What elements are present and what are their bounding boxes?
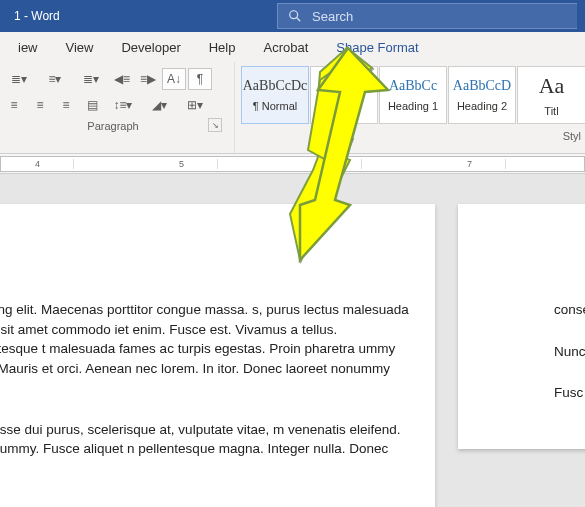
styles-group: AaBbCcDc ¶ Normal BbCcDc Spac... AaBbCc … [235, 62, 585, 153]
numbering-button[interactable]: ≡▾ [38, 68, 72, 90]
justify-button[interactable]: ▤ [80, 94, 104, 116]
style-heading-2[interactable]: AaBbCcD Heading 2 [448, 66, 516, 124]
align-center-button[interactable]: ≡ [28, 94, 52, 116]
line-spacing-button[interactable]: ↕≡▾ [106, 94, 140, 116]
svg-line-1 [297, 18, 301, 22]
ruler[interactable]: 4 5 6 7 [0, 156, 585, 172]
paragraph-text: conse pulvi [554, 300, 585, 320]
sort-button[interactable]: A↓ [162, 68, 186, 90]
style-no-spacing[interactable]: BbCcDc Spac... [310, 66, 378, 124]
paragraph-dialog-launcher[interactable]: ↘ [208, 118, 222, 132]
ribbon-tabs: iew View Developer Help Acrobat Shape Fo… [0, 32, 585, 62]
align-right-button[interactable]: ≡ [54, 94, 78, 116]
bullets-button[interactable]: ≣▾ [2, 68, 36, 90]
paragraph-group: ≣▾ ≡▾ ≣▾ ◀≡ ≡▶ A↓ ¶ ≡ ≡ ≡ ▤ ↕≡▾ ◢▾ ⊞▾ Pa… [0, 62, 235, 153]
title-bar: 1 - Word Search [0, 0, 585, 32]
tab-help[interactable]: Help [195, 32, 250, 62]
paragraph-group-label: Paragraph ↘ [2, 120, 224, 132]
paragraph-text: spendisse dui purus, scelerisque at, vul… [0, 420, 411, 479]
style-normal[interactable]: AaBbCcDc ¶ Normal [241, 66, 309, 124]
tab-developer[interactable]: Developer [107, 32, 194, 62]
style-title[interactable]: Aa Titl [517, 66, 585, 124]
tab-shape-format[interactable]: Shape Format [322, 32, 432, 62]
tab-review-partial[interactable]: iew [4, 32, 52, 62]
search-placeholder: Search [312, 9, 353, 24]
paragraph-text: dipiscing elit. Maecenas porttitor congu… [0, 300, 411, 398]
ribbon: ≣▾ ≡▾ ≣▾ ◀≡ ≡▶ A↓ ¶ ≡ ≡ ≡ ▤ ↕≡▾ ◢▾ ⊞▾ Pa… [0, 62, 585, 154]
styles-group-label: Styl [241, 130, 585, 142]
svg-point-0 [290, 11, 298, 19]
style-heading-1[interactable]: AaBbCc Heading 1 [379, 66, 447, 124]
tab-acrobat[interactable]: Acrobat [249, 32, 322, 62]
paragraph-text: Fusc metu Done metu [554, 383, 585, 403]
borders-button[interactable]: ⊞▾ [178, 94, 212, 116]
shading-button[interactable]: ◢▾ [142, 94, 176, 116]
tab-view[interactable]: View [52, 32, 108, 62]
increase-indent-button[interactable]: ≡▶ [136, 68, 160, 90]
document-area: dipiscing elit. Maecenas porttitor congu… [0, 174, 585, 507]
document-page-left[interactable]: dipiscing elit. Maecenas porttitor congu… [0, 204, 435, 507]
align-left-button[interactable]: ≡ [2, 94, 26, 116]
search-box[interactable]: Search [277, 3, 577, 29]
search-icon [288, 9, 302, 23]
ruler-area: 4 5 6 7 [0, 154, 585, 174]
paragraph-text: Nunc sene Maur purus eleif [554, 342, 585, 362]
multilevel-button[interactable]: ≣▾ [74, 68, 108, 90]
decrease-indent-button[interactable]: ◀≡ [110, 68, 134, 90]
show-marks-button[interactable]: ¶ [188, 68, 212, 90]
window-title: 1 - Word [8, 9, 60, 23]
document-page-right[interactable]: conse pulvi Nunc sene Maur purus eleif F… [458, 204, 585, 449]
